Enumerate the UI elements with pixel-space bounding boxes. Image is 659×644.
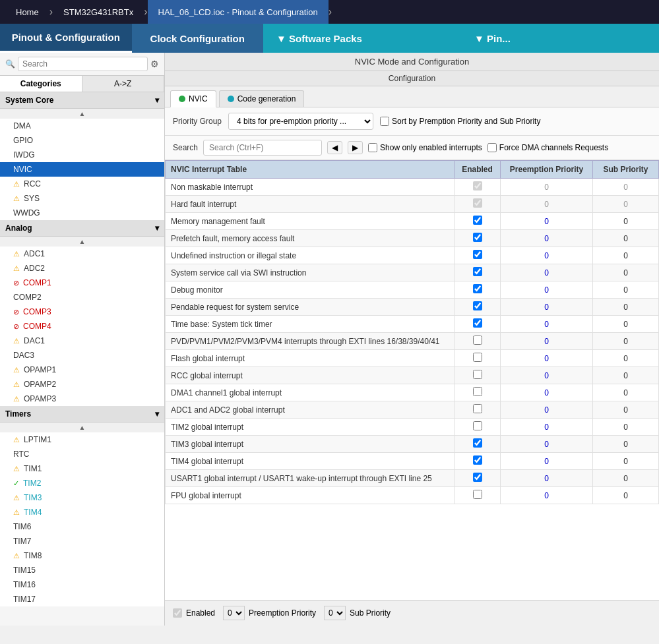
- sidebar-item-tim2[interactable]: ✓ TIM2: [0, 476, 164, 490]
- sidebar-item-dma[interactable]: DMA: [0, 119, 164, 133]
- scroll-up-analog[interactable]: ▲: [0, 237, 164, 247]
- sidebar-tab-az[interactable]: A->Z: [82, 76, 165, 92]
- sidebar-item-tim8[interactable]: ⚠ TIM8: [0, 548, 164, 563]
- interrupt-enabled-cell: [455, 333, 501, 350]
- sidebar-item-tim17[interactable]: TIM17: [0, 592, 164, 606]
- sidebar-item-sys[interactable]: ⚠ SYS: [0, 191, 164, 206]
- search-input[interactable]: [203, 140, 322, 156]
- interrupt-enabled-checkbox[interactable]: [473, 387, 482, 396]
- show-enabled-checkbox[interactable]: [368, 143, 377, 152]
- show-enabled-checkbox-label[interactable]: Show only enabled interrupts: [368, 143, 482, 152]
- interrupt-enabled-checkbox[interactable]: [473, 216, 482, 225]
- sidebar-item-tim16[interactable]: TIM16: [0, 577, 164, 592]
- interrupt-enabled-checkbox[interactable]: [473, 198, 482, 208]
- interrupt-enabled-checkbox[interactable]: [473, 181, 482, 190]
- sidebar-item-rcc[interactable]: ⚠ RCC: [0, 177, 164, 191]
- sidebar-item-comp4[interactable]: ⊘ COMP4: [0, 319, 164, 334]
- nav-home[interactable]: Home: [5, 0, 49, 24]
- sidebar-item-tim4[interactable]: ⚠ TIM4: [0, 505, 164, 519]
- nav-file[interactable]: HAL_06_LCD.ioc - Pinout & Configuration: [148, 0, 329, 24]
- config-tab-nvic[interactable]: NVIC: [170, 90, 216, 107]
- interrupt-sub: 0: [593, 453, 659, 470]
- opamp3-label: OPAMP3: [24, 394, 56, 403]
- interrupt-name: Flash global interrupt: [166, 350, 455, 367]
- interrupt-enabled-checkbox[interactable]: [473, 473, 482, 482]
- interrupt-enabled-checkbox[interactable]: [473, 370, 482, 379]
- priority-group-select[interactable]: 4 bits for pre-emption priority ...: [228, 113, 373, 130]
- footer-sub-select[interactable]: 0: [324, 606, 346, 620]
- section-header-analog[interactable]: Analog ▾: [0, 220, 164, 237]
- sidebar-item-tim3[interactable]: ⚠ TIM3: [0, 490, 164, 505]
- sidebar-item-gpio[interactable]: GPIO: [0, 133, 164, 148]
- interrupt-name: Hard fault interrupt: [166, 196, 455, 213]
- sidebar-item-lptim1[interactable]: ⚠ LPTIM1: [0, 432, 164, 447]
- opamp1-warning-icon: ⚠: [13, 366, 20, 374]
- sidebar-search-input[interactable]: [18, 57, 148, 71]
- sidebar-item-tim1[interactable]: ⚠ TIM1: [0, 461, 164, 476]
- sidebar-item-opamp1[interactable]: ⚠ OPAMP1: [0, 363, 164, 377]
- tab-software-packs[interactable]: ▼ Software Packs: [263, 24, 461, 53]
- sidebar-item-wwdg[interactable]: WWDG: [0, 206, 164, 220]
- sidebar-item-tim15[interactable]: TIM15: [0, 563, 164, 577]
- tim6-label: TIM6: [13, 522, 31, 531]
- scroll-up-system-core[interactable]: ▲: [0, 109, 164, 119]
- interrupt-enabled-checkbox[interactable]: [473, 318, 482, 328]
- sort-priority-checkbox-label[interactable]: Sort by Premption Priority and Sub Prior…: [380, 117, 540, 126]
- section-header-timers[interactable]: Timers ▾: [0, 406, 164, 423]
- force-dma-checkbox[interactable]: [487, 143, 497, 152]
- interrupt-sub: 0: [593, 264, 659, 281]
- table-row: FPU global interrupt00: [166, 487, 659, 504]
- interrupt-enabled-checkbox[interactable]: [473, 233, 482, 242]
- table-row: System service call via SWI instruction0…: [166, 264, 659, 281]
- sidebar-item-dac1[interactable]: ⚠ DAC1: [0, 334, 164, 348]
- interrupt-enabled-checkbox[interactable]: [473, 301, 482, 310]
- sidebar-item-nvic[interactable]: NVIC: [0, 162, 164, 177]
- rcc-label: RCC: [24, 179, 41, 189]
- interrupt-enabled-checkbox[interactable]: [473, 404, 482, 413]
- section-header-system-core[interactable]: System Core ▾: [0, 92, 164, 109]
- interrupt-enabled-checkbox[interactable]: [473, 267, 482, 276]
- interrupt-enabled-checkbox[interactable]: [473, 250, 482, 259]
- analog-chevron-icon: ▾: [155, 223, 159, 233]
- search-prev-button[interactable]: ◀: [327, 141, 342, 154]
- sidebar-item-comp2[interactable]: COMP2: [0, 290, 164, 305]
- interrupt-enabled-checkbox[interactable]: [473, 438, 482, 448]
- sidebar-item-iwdg[interactable]: IWDG: [0, 148, 164, 162]
- sidebar-item-tim6[interactable]: TIM6: [0, 519, 164, 534]
- sidebar-item-opamp2[interactable]: ⚠ OPAMP2: [0, 377, 164, 392]
- interrupt-enabled-checkbox[interactable]: [473, 490, 482, 499]
- footer-enabled-checkbox[interactable]: [173, 608, 182, 618]
- sidebar-item-tim7[interactable]: TIM7: [0, 534, 164, 548]
- config-tab-codegen[interactable]: Code generation: [219, 90, 305, 107]
- interrupt-enabled-cell: [455, 401, 501, 419]
- sidebar-item-opamp3[interactable]: ⚠ OPAMP3: [0, 392, 164, 406]
- tab-pinout-right[interactable]: ▼ Pin...: [461, 24, 659, 53]
- sidebar-item-comp1[interactable]: ⊘ COMP1: [0, 276, 164, 290]
- sidebar-item-adc2[interactable]: ⚠ ADC2: [0, 261, 164, 276]
- interrupt-sub: 0: [593, 419, 659, 436]
- sidebar-gear-button[interactable]: ⚙: [150, 59, 159, 69]
- sidebar-item-comp3[interactable]: ⊘ COMP3: [0, 305, 164, 319]
- nav-mcu[interactable]: STM32G431RBTx: [53, 0, 144, 24]
- sidebar-item-adc1[interactable]: ⚠ ADC1: [0, 247, 164, 261]
- force-dma-checkbox-label[interactable]: Force DMA channels Requests: [487, 143, 608, 152]
- sidebar-item-rtc[interactable]: RTC: [0, 447, 164, 461]
- opamp2-label: OPAMP2: [24, 380, 56, 389]
- interrupt-enabled-checkbox[interactable]: [473, 353, 482, 362]
- interrupt-enabled-checkbox[interactable]: [473, 336, 482, 345]
- search-icon: 🔍: [5, 59, 15, 69]
- search-next-button[interactable]: ▶: [348, 141, 363, 154]
- interrupt-enabled-checkbox[interactable]: [473, 421, 482, 430]
- footer-preemption-select[interactable]: 0: [223, 606, 245, 620]
- scroll-up-timers[interactable]: ▲: [0, 423, 164, 432]
- tab-pinout[interactable]: Pinout & Configuration: [0, 24, 132, 53]
- interrupt-enabled-checkbox[interactable]: [473, 455, 482, 465]
- dac1-label: DAC1: [24, 336, 45, 345]
- sidebar-tab-categories[interactable]: Categories: [0, 76, 82, 92]
- interrupt-enabled-checkbox[interactable]: [473, 284, 482, 293]
- interrupt-name: Memory management fault: [166, 213, 455, 230]
- tab-clock[interactable]: Clock Configuration: [132, 24, 264, 53]
- sidebar-item-dac3[interactable]: DAC3: [0, 348, 164, 363]
- sort-priority-checkbox[interactable]: [380, 117, 389, 126]
- section-analog: Analog ▾ ▲ ⚠ ADC1 ⚠ ADC2 ⊘ COMP1 COMP2: [0, 220, 164, 406]
